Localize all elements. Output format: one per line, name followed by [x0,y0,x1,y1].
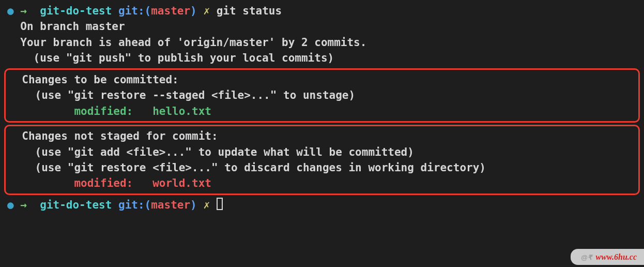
status-bullet-icon: ● [7,199,14,211]
watermark-text: www.6hu.cc [596,251,637,263]
prompt-line-1[interactable]: ● → git-do-test git:(master) ✗ git statu… [0,3,644,19]
staged-changes-box: Changes to be committed: (use "git resto… [4,68,640,123]
watermark: @₹ www.6hu.cc [571,249,644,265]
watermark-at: @₹ [581,253,592,263]
cursor-icon [217,198,223,210]
status-bullet-icon: ● [7,5,14,17]
branch-name: master [151,5,190,17]
staged-header: Changes to be committed: [6,72,638,87]
unstaged-changes-box: Changes not staged for commit: (use "git… [4,125,640,195]
arrow-icon: → [20,199,27,211]
unstaged-hint-restore: (use "git restore <file>..." to discard … [6,160,638,175]
unstaged-header: Changes not staged for commit: [6,128,638,144]
output-push-hint: (use "git push" to publish your local co… [0,50,644,66]
output-on-branch: On branch master [0,19,644,34]
git-label: git:( [118,5,151,17]
git-close: ) [190,199,197,211]
prompt-line-2[interactable]: ● → git-do-test git:(master) ✗ [0,197,644,213]
command-text: git status [217,5,282,17]
staged-file: modified: hello.txt [6,103,638,119]
unstaged-hint-add: (use "git add <file>..." to update what … [6,144,638,160]
cwd-label: git-do-test [40,5,112,17]
branch-name: master [151,199,190,211]
unstaged-file: modified: world.txt [6,175,638,191]
cwd-label: git-do-test [40,199,112,211]
staged-hint: (use "git restore --staged <file>..." to… [6,87,638,103]
dirty-icon: ✗ [203,199,210,211]
git-label: git:( [118,199,151,211]
git-close: ) [190,5,197,17]
arrow-icon: → [20,5,27,17]
output-ahead: Your branch is ahead of 'origin/master' … [0,35,644,50]
dirty-icon: ✗ [203,5,210,17]
